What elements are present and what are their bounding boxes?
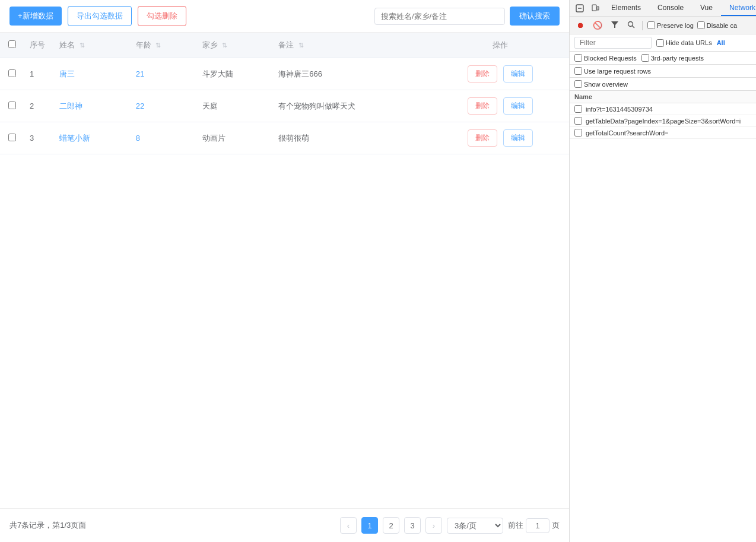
export-button[interactable]: 导出勾选数据 <box>68 6 132 26</box>
row-actions: 删除 编辑 <box>431 122 569 154</box>
table-row: 1 唐三 21 斗罗大陆 海神唐三666 删除 编辑 <box>0 58 569 90</box>
network-item-name: getTotalCount?searchWord= <box>586 129 669 137</box>
row-index: 2 <box>24 90 53 122</box>
devtools-device-icon[interactable] <box>587 2 603 15</box>
age-sort-icon[interactable]: ⇅ <box>155 42 161 49</box>
search-button[interactable]: 确认搜索 <box>510 7 560 26</box>
header-remark: 备注 ⇅ <box>272 33 431 58</box>
devtools-panel: Elements Console Vue Network ⏺ 🚫 Preserv… <box>570 0 756 542</box>
toolbar-divider <box>642 21 643 30</box>
row-index: 1 <box>24 58 53 90</box>
header-index: 序号 <box>24 33 53 58</box>
delete-selected-button[interactable]: 勾选删除 <box>138 6 186 26</box>
svg-rect-3 <box>597 7 599 10</box>
svg-marker-4 <box>611 21 618 28</box>
header-name: 姓名 ⇅ <box>53 33 130 58</box>
row-hometown: 天庭 <box>196 90 273 122</box>
devtools-filter-row4: Show overview <box>570 78 756 91</box>
network-item-name: getTableData?pageIndex=1&pageSize=3&sort… <box>586 118 741 125</box>
tab-vue[interactable]: Vue <box>692 1 721 16</box>
delete-button[interactable]: 删除 <box>468 65 497 83</box>
preserve-log-checkbox[interactable] <box>647 21 655 29</box>
row-name: 蜡笔小新 <box>53 122 130 154</box>
preserve-log-label[interactable]: Preserve log <box>647 21 694 29</box>
hometown-sort-icon[interactable]: ⇅ <box>222 42 227 49</box>
network-item-checkbox[interactable] <box>574 129 582 137</box>
hide-data-urls-label[interactable]: Hide data URLs <box>656 39 712 47</box>
delete-button[interactable]: 删除 <box>468 129 497 147</box>
disable-cache-checkbox[interactable] <box>697 21 705 29</box>
table-header-row: 序号 姓名 ⇅ 年龄 ⇅ 家乡 ⇅ 备注 <box>0 33 569 58</box>
search-icon-button[interactable] <box>625 20 637 31</box>
filter-input[interactable] <box>574 37 652 49</box>
network-name-header: Name <box>570 91 756 103</box>
clear-button[interactable]: 🚫 <box>590 20 605 31</box>
row-checkbox-cell <box>0 122 24 154</box>
page-1-button[interactable]: 1 <box>361 517 378 534</box>
tab-elements[interactable]: Elements <box>603 1 649 16</box>
tab-network[interactable]: Network <box>721 1 756 16</box>
add-button[interactable]: +新增数据 <box>9 7 62 26</box>
name-sort-icon[interactable]: ⇅ <box>80 42 85 49</box>
blocked-requests-checkbox[interactable] <box>574 54 582 62</box>
network-items-list: info?t=1631445309734 getTableData?pageIn… <box>570 103 756 542</box>
header-hometown: 家乡 ⇅ <box>196 33 273 58</box>
network-item-checkbox[interactable] <box>574 105 582 113</box>
pagination: 共7条记录，第1/3页面 ‹ 1 2 3 › 3条/页 5条/页 10条/页 前… <box>0 508 569 542</box>
page-size-select[interactable]: 3条/页 5条/页 10条/页 <box>447 518 503 534</box>
next-page-button[interactable]: › <box>425 517 442 534</box>
edit-button[interactable]: 编辑 <box>503 129 533 147</box>
row-age: 22 <box>130 90 196 122</box>
record-button[interactable]: ⏺ <box>574 20 587 31</box>
row-checkbox[interactable] <box>8 134 16 141</box>
row-remark: 有个宠物狗叫做哮天犬 <box>272 90 431 122</box>
remark-sort-icon[interactable]: ⇅ <box>298 42 304 49</box>
page-2-button[interactable]: 2 <box>383 517 399 534</box>
network-item[interactable]: getTotalCount?searchWord= <box>570 127 756 139</box>
row-checkbox[interactable] <box>8 102 16 109</box>
delete-button[interactable]: 删除 <box>468 97 497 115</box>
svg-rect-2 <box>592 5 596 11</box>
tab-console[interactable]: Console <box>649 1 692 16</box>
row-checkbox[interactable] <box>8 69 16 77</box>
table-row: 2 二郎神 22 天庭 有个宠物狗叫做哮天犬 删除 编辑 <box>0 90 569 122</box>
goto-input[interactable] <box>526 518 549 533</box>
all-filter-label[interactable]: All <box>717 39 725 46</box>
network-item-checkbox[interactable] <box>574 117 582 125</box>
third-party-label[interactable]: 3rd-party requests <box>641 54 704 62</box>
show-overview-label[interactable]: Show overview <box>574 80 628 88</box>
edit-button[interactable]: 编辑 <box>503 65 533 83</box>
row-name: 唐三 <box>53 58 130 90</box>
blocked-requests-label[interactable]: Blocked Requests <box>574 54 637 62</box>
search-input[interactable] <box>374 8 505 25</box>
hide-data-urls-checkbox[interactable] <box>656 39 664 47</box>
devtools-cursor-icon[interactable] <box>572 2 587 15</box>
row-actions: 删除 编辑 <box>431 58 569 90</box>
row-remark: 海神唐三666 <box>272 58 431 90</box>
goto-area: 前往 页 <box>508 518 560 533</box>
disable-cache-label[interactable]: Disable ca <box>697 21 737 29</box>
page-3-button[interactable]: 3 <box>404 517 421 534</box>
svg-point-5 <box>628 21 633 26</box>
goto-prefix: 前往 <box>508 520 523 531</box>
row-checkbox-cell <box>0 58 24 90</box>
goto-suffix: 页 <box>552 520 560 531</box>
prev-page-button[interactable]: ‹ <box>340 517 357 534</box>
network-item[interactable]: getTableData?pageIndex=1&pageSize=3&sort… <box>570 115 756 127</box>
row-age: 8 <box>130 122 196 154</box>
use-large-rows-checkbox[interactable] <box>574 67 582 75</box>
search-area: 确认搜索 <box>374 7 560 26</box>
network-item-name: info?t=1631445309734 <box>586 106 653 113</box>
edit-button[interactable]: 编辑 <box>503 97 533 115</box>
row-actions: 删除 编辑 <box>431 90 569 122</box>
table-body: 1 唐三 21 斗罗大陆 海神唐三666 删除 编辑 2 二郎神 22 天庭 有… <box>0 58 569 154</box>
third-party-checkbox[interactable] <box>641 54 649 62</box>
show-overview-checkbox[interactable] <box>574 80 582 88</box>
use-large-rows-label[interactable]: Use large request rows <box>574 67 651 75</box>
header-age: 年龄 ⇅ <box>130 33 196 58</box>
select-all-checkbox[interactable] <box>8 40 16 48</box>
devtools-filter-row2: Blocked Requests 3rd-party requests <box>570 52 756 65</box>
filter-icon-button[interactable] <box>608 19 621 31</box>
network-item[interactable]: info?t=1631445309734 <box>570 103 756 115</box>
row-age: 21 <box>130 58 196 90</box>
